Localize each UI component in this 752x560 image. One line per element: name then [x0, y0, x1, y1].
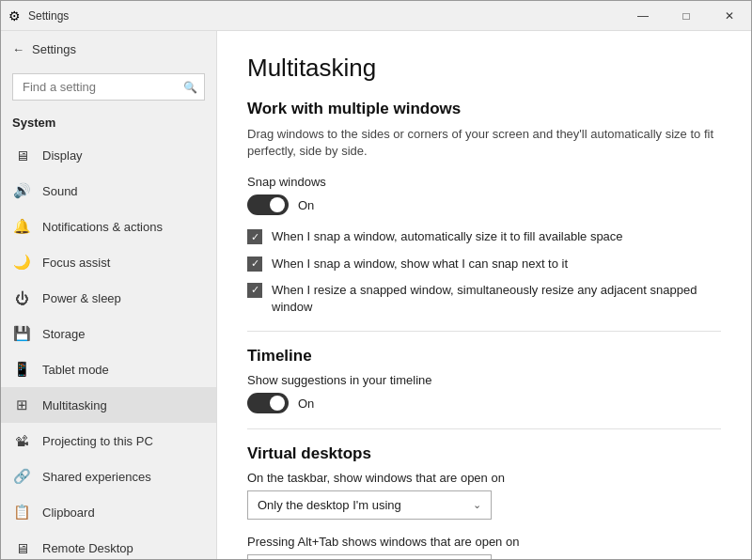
sidebar-item-sound[interactable]: 🔊 Sound [1, 173, 216, 209]
sidebar-item-label: Storage [42, 327, 86, 341]
sidebar-item-shared[interactable]: 🔗 Shared experiences [1, 459, 216, 494]
sidebar-item-label: Tablet mode [42, 363, 109, 377]
projecting-icon: 📽 [12, 431, 31, 450]
snap-toggle[interactable] [247, 194, 289, 215]
suggest-toggle-row: On [247, 393, 721, 413]
content-area: ← Settings 🔍 System 🖥 Display 🔊 Sound 🔔 … [1, 31, 751, 559]
sidebar-item-label: Remote Desktop [42, 541, 133, 555]
remote-icon: 🖥 [12, 538, 31, 557]
taskbar-dropdown-arrow: ⌄ [473, 499, 481, 511]
settings-icon: ⚙ [8, 8, 21, 23]
page-title: Multitasking [247, 54, 721, 83]
sidebar-item-label: Focus assist [42, 256, 110, 270]
display-icon: 🖥 [12, 146, 31, 164]
main-content: Multitasking Work with multiple windows … [217, 31, 751, 559]
virtual-desktops-title: Virtual desktops [247, 444, 721, 463]
sidebar: ← Settings 🔍 System 🖥 Display 🔊 Sound 🔔 … [1, 31, 217, 559]
windows-section: Work with multiple windows Drag windows … [247, 100, 721, 316]
checkbox-label-3: When I resize a snapped window, simultan… [272, 282, 721, 316]
sidebar-item-focus[interactable]: 🌙 Focus assist [1, 244, 216, 280]
snap-toggle-label: On [298, 198, 314, 212]
sidebar-item-storage[interactable]: 💾 Storage [1, 316, 216, 351]
checkbox-row-2: ✓ When I snap a window, show what I can … [247, 256, 721, 272]
checkbox-row-1: ✓ When I snap a window, automatically si… [247, 228, 721, 245]
focus-icon: 🌙 [12, 253, 31, 272]
sidebar-item-power[interactable]: ⏻ Power & sleep [1, 280, 216, 316]
settings-window: ⚙ Settings — □ ✕ ← Settings 🔍 System 🖥 D… [0, 0, 752, 560]
checkbox-label-2: When I snap a window, show what I can sn… [272, 256, 568, 272]
shared-icon: 🔗 [12, 467, 31, 486]
alttab-dropdown-label: Pressing Alt+Tab shows windows that are … [247, 535, 721, 549]
titlebar: ⚙ Settings — □ ✕ [1, 1, 751, 31]
check-icon-1: ✓ [251, 232, 259, 242]
checkbox-label-1: When I snap a window, automatically size… [272, 228, 623, 245]
suggest-toggle-thumb [270, 396, 285, 411]
timeline-section-title: Timeline [247, 347, 721, 366]
storage-icon: 💾 [12, 324, 31, 343]
checkbox-3[interactable]: ✓ [247, 283, 262, 298]
sidebar-item-label: Shared experiences [42, 470, 151, 484]
suggest-toggle-label: On [298, 397, 314, 411]
sidebar-item-label: Display [42, 148, 83, 163]
titlebar-left: ⚙ Settings [8, 8, 69, 23]
suggest-label: Show suggestions in your timeline [247, 373, 721, 387]
snap-toggle-thumb [270, 197, 285, 212]
search-icon: 🔍 [183, 81, 197, 94]
snap-toggle-row: On [247, 194, 721, 215]
suggest-toggle[interactable] [247, 393, 289, 413]
divider-2 [247, 428, 721, 429]
notifications-icon: 🔔 [12, 217, 31, 236]
sidebar-item-remote[interactable]: 🖥 Remote Desktop [1, 530, 216, 559]
search-container: 🔍 [12, 73, 205, 101]
sidebar-item-label: Projecting to this PC [42, 434, 153, 448]
sidebar-item-label: Notifications & actions [42, 220, 163, 234]
sidebar-item-tablet[interactable]: 📱 Tablet mode [1, 351, 216, 387]
tablet-icon: 📱 [12, 360, 31, 379]
checkbox-2[interactable]: ✓ [247, 257, 262, 272]
sidebar-item-clipboard[interactable]: 📋 Clipboard [1, 494, 216, 530]
sidebar-item-display[interactable]: 🖥 Display [1, 137, 216, 173]
power-icon: ⏻ [12, 288, 31, 307]
sidebar-item-projecting[interactable]: 📽 Projecting to this PC [1, 423, 216, 459]
sidebar-item-label: Multitasking [42, 398, 107, 412]
virtual-desktops-section: Virtual desktops On the taskbar, show wi… [247, 444, 721, 559]
sidebar-item-multitasking[interactable]: ⊞ Multitasking [1, 387, 216, 423]
sidebar-item-notifications[interactable]: 🔔 Notifications & actions [1, 209, 216, 244]
check-icon-2: ✓ [251, 258, 259, 269]
minimize-button[interactable]: — [621, 1, 665, 31]
sidebar-item-label: Clipboard [42, 506, 95, 520]
multitasking-icon: ⊞ [12, 396, 31, 414]
back-label: Settings [32, 42, 76, 56]
sidebar-section-title: System [1, 110, 216, 137]
clipboard-icon: 📋 [12, 503, 31, 521]
taskbar-dropdown-value: Only the desktop I'm using [258, 498, 401, 512]
titlebar-controls: — □ ✕ [621, 1, 751, 31]
search-input[interactable] [12, 73, 205, 101]
taskbar-dropdown[interactable]: Only the desktop I'm using ⌄ [247, 490, 492, 520]
back-icon: ← [12, 42, 24, 56]
titlebar-title: Settings [28, 9, 69, 23]
timeline-section: Timeline Show suggestions in your timeli… [247, 347, 721, 413]
close-button[interactable]: ✕ [708, 1, 751, 31]
back-button[interactable]: ← Settings [1, 31, 216, 68]
checkbox-1[interactable]: ✓ [247, 229, 262, 244]
alttab-dropdown[interactable]: Only the desktop I'm using ⌄ [247, 554, 492, 559]
divider-1 [247, 331, 721, 332]
sidebar-item-label: Power & sleep [42, 291, 121, 305]
sound-icon: 🔊 [12, 181, 31, 200]
sidebar-item-label: Sound [42, 184, 78, 198]
maximize-button[interactable]: □ [665, 1, 708, 31]
check-icon-3: ✓ [251, 285, 259, 295]
windows-section-desc: Drag windows to the sides or corners of … [247, 126, 721, 160]
snap-label: Snap windows [247, 175, 721, 189]
taskbar-dropdown-label: On the taskbar, show windows that are op… [247, 471, 721, 485]
windows-section-title: Work with multiple windows [247, 100, 721, 118]
checkbox-row-3: ✓ When I resize a snapped window, simult… [247, 282, 721, 316]
